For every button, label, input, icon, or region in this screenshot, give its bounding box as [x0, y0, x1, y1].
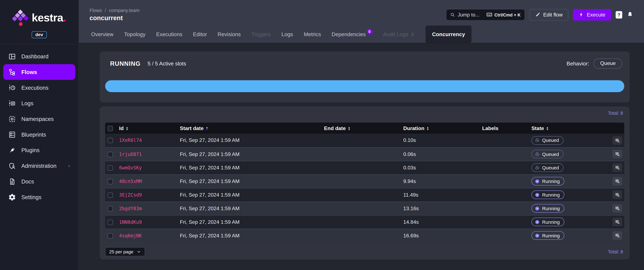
tab-concurrency[interactable]: Concurrency	[426, 26, 472, 43]
table-row[interactable]: 48cn5xMM Fri, Sep 27, 2024 1:59 AM 9.94s	[105, 174, 624, 188]
end-date-cell	[324, 188, 403, 202]
execution-id-link[interactable]: 48cn5xMM	[119, 178, 142, 184]
edit-flow-button[interactable]: Edit flow	[529, 9, 568, 20]
tab-revisions[interactable]: Revisions	[218, 26, 241, 43]
execution-id-link[interactable]: 4sq6mjNK	[119, 233, 142, 238]
sidebar-item-executions[interactable]: Executions	[3, 80, 75, 95]
end-date-cell	[324, 215, 403, 229]
table-row[interactable]: 1NN8dKu9 Fri, Sep 27, 2024 1:59 AM 14.84…	[105, 215, 624, 229]
end-date-cell	[324, 229, 403, 242]
sidebar-item-administration[interactable]: Administration	[3, 158, 75, 174]
execution-id-link[interactable]: 1XeR6l74	[119, 138, 142, 143]
search-placeholder: Jump to...	[458, 12, 483, 18]
jump-to-search[interactable]: Jump to... Ctrl/Cmd + K	[446, 9, 525, 20]
sidebar-item-plugins[interactable]: Plugins	[3, 142, 75, 158]
column-header-end-date[interactable]: End date▲▼	[324, 125, 350, 131]
main-column: Flows / company.team concurrent Jump to.…	[79, 0, 644, 270]
per-page-select[interactable]: 25 per page	[105, 247, 145, 256]
labels-cell	[482, 188, 532, 202]
state-badge: Running	[532, 218, 564, 226]
lightning-icon	[579, 12, 584, 17]
execution-id-link[interactable]: 1NN8dKu9	[119, 219, 142, 225]
view-logs-button[interactable]	[612, 231, 622, 240]
state-badge: Running	[532, 191, 564, 199]
view-logs-button[interactable]	[612, 150, 622, 158]
view-logs-button[interactable]	[612, 177, 622, 186]
tab-editor[interactable]: Editor	[193, 26, 207, 43]
duration-cell: 0.10s	[403, 134, 482, 147]
tab-executions[interactable]: Executions	[156, 26, 182, 43]
execution-id-link[interactable]: 2bgdY83m	[119, 205, 142, 211]
execute-button[interactable]: Execute	[573, 9, 611, 20]
sidebar-item-namespaces[interactable]: Namespaces	[3, 111, 75, 127]
table-row[interactable]: 1rjuD871 Fri, Sep 27, 2024 1:59 AM 0.06s	[105, 147, 624, 161]
start-date-cell: Fri, Sep 27, 2024 1:59 AM	[180, 161, 324, 174]
table-row[interactable]: 3EjZCsd9 Fri, Sep 27, 2024 1:59 AM 11.49…	[105, 188, 624, 202]
row-checkbox[interactable]	[108, 179, 113, 184]
state-badge: Queued	[532, 163, 563, 172]
sidebar-item-blueprints[interactable]: Blueprints	[3, 127, 75, 142]
log-search-icon	[614, 206, 620, 211]
sidebar-item-logs[interactable]: Logs	[3, 95, 75, 111]
concurrency-panel: RUNNING 5 / 5 Active slots Behavior: Que…	[100, 51, 630, 102]
view-logs-button[interactable]	[612, 191, 622, 199]
view-logs-button[interactable]	[612, 163, 622, 172]
sidebar-item-label: Plugins	[22, 147, 40, 153]
brand-block[interactable]: kestra. dev	[0, 0, 78, 45]
column-header-state[interactable]: State▲▼	[532, 125, 549, 131]
select-all-checkbox[interactable]	[108, 126, 113, 131]
row-checkbox[interactable]	[108, 219, 113, 225]
state-badge: Running	[532, 204, 564, 213]
tab-metrics[interactable]: Metrics	[304, 26, 321, 43]
breadcrumb-flows[interactable]: Flows	[90, 8, 102, 13]
row-checkbox[interactable]	[108, 192, 113, 198]
column-header-start-date[interactable]: Start date▲▼	[180, 125, 208, 131]
row-checkbox[interactable]	[108, 206, 113, 211]
table-row[interactable]: 6wmQvSKy Fri, Sep 27, 2024 1:59 AM 0.03s	[105, 161, 624, 174]
execution-id-link[interactable]: 6wmQvSKy	[119, 165, 142, 171]
sidebar-item-flows[interactable]: Flows	[3, 64, 75, 80]
plugins-icon	[8, 146, 16, 154]
sidebar-item-docs[interactable]: Docs	[3, 174, 75, 189]
content-area: RUNNING 5 / 5 Active slots Behavior: Que…	[79, 43, 644, 270]
keyboard-icon	[486, 12, 492, 18]
table-header-row: Id▲▼ Start date▲▼ End date▲▼ Duration▲▼ …	[105, 122, 624, 133]
row-checkbox[interactable]	[108, 165, 113, 171]
execution-id-link[interactable]: 3EjZCsd9	[119, 192, 142, 198]
sidebar-item-label: Docs	[22, 178, 34, 185]
duration-cell: 11.49s	[403, 188, 482, 202]
breadcrumb-namespace[interactable]: company.team	[109, 8, 140, 13]
execution-id-link[interactable]: 1rjuD871	[119, 151, 142, 157]
sidebar-item-settings[interactable]: Settings	[3, 189, 75, 205]
table-row[interactable]: 4sq6mjNK Fri, Sep 27, 2024 1:59 AM 16.69…	[105, 229, 624, 242]
page-header: Flows / company.team concurrent Jump to.…	[79, 0, 644, 43]
column-header-id[interactable]: Id▲▼	[119, 125, 128, 131]
notifications-bell-icon[interactable]	[627, 11, 633, 18]
row-checkbox[interactable]	[108, 152, 113, 157]
state-label: Running	[542, 233, 560, 238]
sidebar-item-dashboard[interactable]: Dashboard	[3, 49, 75, 64]
view-logs-button[interactable]	[612, 204, 622, 213]
column-header-duration[interactable]: Duration▲▼	[403, 125, 429, 131]
start-date-cell: Fri, Sep 27, 2024 1:59 AM	[180, 134, 324, 147]
row-checkbox[interactable]	[108, 233, 113, 238]
start-date-cell: Fri, Sep 27, 2024 1:59 AM	[180, 174, 324, 188]
table-row[interactable]: 2bgdY83m Fri, Sep 27, 2024 1:59 AM 13.16…	[105, 202, 624, 215]
table-row[interactable]: 1XeR6l74 Fri, Sep 27, 2024 1:59 AM 0.10s	[105, 134, 624, 147]
total-count-top: Total: 8	[105, 111, 624, 118]
namespaces-icon	[8, 115, 16, 123]
executions-table: Id▲▼ Start date▲▼ End date▲▼ Duration▲▼ …	[105, 122, 624, 242]
tab-dependencies[interactable]: Dependencies 0	[332, 26, 372, 43]
view-logs-button[interactable]	[612, 218, 622, 226]
kestra-logo-icon	[12, 9, 28, 26]
settings-icon	[8, 193, 16, 201]
tab-audit-logs: Audit Logs	[383, 26, 415, 43]
view-logs-button[interactable]	[612, 136, 622, 145]
state-label: Running	[542, 192, 560, 197]
tab-logs[interactable]: Logs	[282, 26, 293, 43]
tab-overview[interactable]: Overview	[91, 26, 114, 43]
tab-topology[interactable]: Topology	[124, 26, 146, 43]
search-icon	[450, 12, 455, 17]
help-button[interactable]: ?	[616, 11, 622, 18]
row-checkbox[interactable]	[108, 138, 113, 143]
